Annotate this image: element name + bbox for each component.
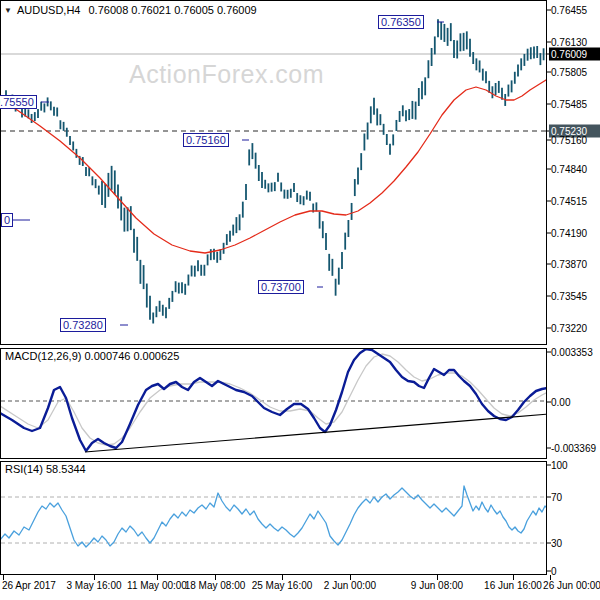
price-axis-label: 0.73220 [551, 322, 599, 335]
date-axis-label: 3 May 16:00 [66, 580, 121, 591]
price-axis-label: 0.74515 [551, 195, 599, 208]
chart-title-bar: ▼AUDUSD,H40.76008 0.76021 0.76005 0.7600… [4, 4, 257, 16]
date-axis-label: 16 Jun 16:00 [484, 580, 542, 591]
rsi-axis-label: 30 [551, 537, 599, 550]
forex-chart-window: ▼AUDUSD,H40.76008 0.76021 0.76005 0.7600… [0, 0, 600, 600]
rsi-label: RSI(14) [5, 463, 43, 475]
price-axis-label: 0.75805 [551, 66, 599, 79]
date-axis-label: 18 May 08:00 [185, 580, 246, 591]
price-axis-label: 0.75160 [551, 134, 599, 147]
price-axis-label: 0.73545 [551, 290, 599, 303]
price-tag-annotation: 0.76350 [378, 15, 424, 29]
collapse-triangle-icon[interactable]: ▼ [4, 6, 12, 15]
date-axis-label: 2 Jun 00:00 [324, 580, 376, 591]
symbol-timeframe-label: AUDUSD,H4 [17, 4, 81, 16]
price-tag-annotation: 0.73280 [60, 318, 106, 332]
rsi-value: 58.5344 [46, 463, 86, 475]
price-axis-label: 0.74840 [551, 163, 599, 176]
price-tag-annotation: 0.75160 [183, 133, 229, 147]
rsi-axis-label: 70 [551, 491, 599, 504]
price-axis-label: 0.74190 [551, 227, 599, 240]
chart-canvas[interactable] [0, 0, 600, 600]
date-axis-label: 26 Apr 2017 [2, 580, 56, 591]
date-axis-label: 11 May 00:00 [127, 580, 187, 591]
macd-values: 0.000746 0.000625 [84, 350, 179, 362]
rsi-indicator-title: RSI(14) 58.5344 [5, 463, 86, 475]
price-axis-label: 0.75485 [551, 98, 599, 111]
macd-axis-label: -0.003369 [551, 442, 599, 455]
price-axis-label: 0.76455 [551, 4, 599, 17]
macd-axis-label: 0.003353 [551, 346, 599, 359]
price-tag-annotation: 0.75550 [0, 95, 37, 109]
date-axis-label: 25 May 16:00 [252, 580, 313, 591]
date-axis-label: 9 Jun 08:00 [411, 580, 463, 591]
macd-axis-label: 0.00 [551, 396, 599, 409]
rsi-axis-label: 0 [551, 565, 599, 578]
macd-indicator-title: MACD(12,26,9) 0.000746 0.000625 [5, 350, 179, 362]
date-axis-label: 26 Jun 00:00 [543, 580, 600, 591]
watermark-text: ActionForex.com [129, 60, 324, 89]
price-tag-annotation: 0 [1, 213, 13, 227]
price-axis-label: 0.73870 [551, 258, 599, 271]
ohlc-readout: 0.76008 0.76021 0.76005 0.76009 [89, 4, 257, 16]
macd-label: MACD(12,26,9) [5, 350, 81, 362]
price-tag-annotation: 0.73700 [258, 280, 304, 294]
rsi-axis-label: 100 [551, 459, 599, 472]
current-price-label: 0.76009 [549, 48, 600, 61]
